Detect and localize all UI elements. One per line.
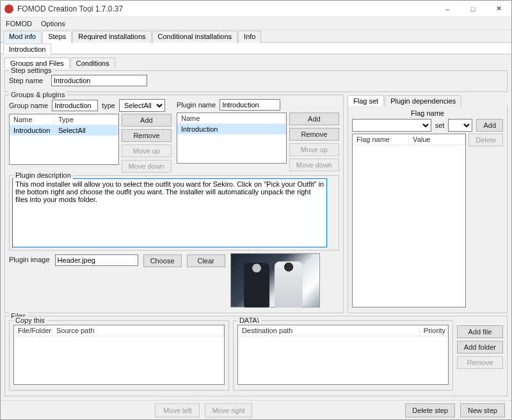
plugins-listview[interactable]: Name Introduction bbox=[177, 113, 287, 164]
flag-value-select[interactable] bbox=[448, 119, 472, 132]
step-name-input[interactable] bbox=[51, 75, 147, 86]
clear-image-button[interactable]: Clear bbox=[187, 254, 225, 267]
step-content: Groups and Files Conditions Step setting… bbox=[1, 54, 511, 400]
tab-info[interactable]: Info bbox=[238, 31, 261, 43]
close-button[interactable]: ✕ bbox=[486, 1, 511, 17]
group-name-label: Group name bbox=[9, 102, 48, 109]
flag-add-button[interactable]: Add bbox=[476, 119, 503, 132]
move-right-button[interactable]: Move right bbox=[205, 403, 252, 417]
flag-name-select[interactable] bbox=[352, 119, 431, 132]
copy-this-fieldset: Copy this File/Folder Source path bbox=[9, 320, 229, 391]
menu-options[interactable]: Options bbox=[41, 20, 65, 27]
flag-set-fieldset: Flag name set Add Flag name Value bbox=[348, 105, 508, 313]
plugin-add-button[interactable]: Add bbox=[289, 113, 339, 125]
sub-tab-introduction[interactable]: Introduction bbox=[3, 43, 51, 54]
main-tabstrip: Mod info Steps Required installations Co… bbox=[1, 30, 511, 43]
plugin-description-textarea[interactable]: This mod installer will allow you to sel… bbox=[12, 178, 327, 247]
menubar: FOMOD Options bbox=[1, 17, 511, 30]
app-icon bbox=[4, 4, 13, 13]
copy-col-filefolder: File/Folder bbox=[14, 325, 52, 336]
plugin-movedown-button[interactable]: Move down bbox=[289, 159, 339, 171]
flag-col-name: Flag name bbox=[353, 134, 409, 144]
scrollbar[interactable] bbox=[327, 178, 336, 247]
minimize-button[interactable]: – bbox=[435, 1, 460, 17]
data-legend: DATA\ bbox=[237, 316, 261, 324]
data-fieldset: DATA\ Destination path Priority bbox=[233, 320, 453, 391]
table-row[interactable]: Introduction SelectAll bbox=[10, 125, 118, 136]
tab-required[interactable]: Required installations bbox=[72, 31, 151, 43]
group-moveup-button[interactable]: Move up bbox=[122, 144, 172, 157]
groups-col-name: Name bbox=[10, 114, 54, 125]
plugin-name-input[interactable] bbox=[220, 99, 280, 111]
group-remove-button[interactable]: Remove bbox=[122, 129, 172, 142]
sub-tabstrip: Introduction bbox=[1, 43, 511, 54]
flag-delete-button[interactable]: Delete bbox=[468, 134, 503, 146]
data-listview[interactable]: Destination path Priority bbox=[237, 325, 449, 385]
flag-name-label: Flag name bbox=[352, 109, 503, 117]
tab-plugin-deps[interactable]: Plugin dependencies bbox=[385, 95, 461, 106]
step-name-label: Step name bbox=[9, 77, 47, 84]
tab-conditional[interactable]: Conditional installations bbox=[152, 31, 238, 43]
step-settings-fieldset: Step settings Step name bbox=[4, 70, 508, 92]
groups-listview[interactable]: Name Type Introduction SelectAll bbox=[9, 114, 119, 165]
choose-image-button[interactable]: Choose bbox=[143, 254, 182, 267]
data-col-priority: Priority bbox=[420, 325, 448, 336]
groups-plugins-fieldset: Groups & plugins Group name type SelectA… bbox=[4, 95, 344, 313]
tab-mod-info[interactable]: Mod info bbox=[3, 31, 42, 43]
add-file-button[interactable]: Add file bbox=[457, 325, 503, 338]
plugins-col-name: Name bbox=[177, 113, 286, 123]
move-left-button[interactable]: Move left bbox=[155, 403, 200, 417]
maximize-button[interactable]: □ bbox=[460, 1, 486, 17]
flag-col-value: Value bbox=[409, 134, 465, 144]
plugin-remove-button[interactable]: Remove bbox=[289, 128, 339, 141]
data-col-dest: Destination path bbox=[238, 325, 420, 336]
table-row[interactable]: Introduction bbox=[177, 124, 286, 134]
menu-fomod[interactable]: FOMOD bbox=[6, 20, 32, 27]
add-folder-button[interactable]: Add folder bbox=[457, 341, 503, 354]
footer: Move left Move right Delete step New ste… bbox=[1, 400, 511, 419]
plugin-description-legend: Plugin description bbox=[13, 171, 73, 179]
plugin-image-label: Plugin image bbox=[9, 253, 50, 263]
plugin-image-input[interactable] bbox=[55, 254, 138, 266]
new-step-button[interactable]: New step bbox=[460, 403, 505, 417]
plugin-moveup-button[interactable]: Move up bbox=[289, 143, 339, 156]
groups-col-type: Type bbox=[54, 114, 118, 125]
delete-step-button[interactable]: Delete step bbox=[405, 403, 455, 417]
group-name-input[interactable] bbox=[52, 100, 98, 111]
files-fieldset: Files Copy this File/Folder Source path … bbox=[4, 316, 508, 396]
window-title: FOMOD Creation Tool 1.7.0.37 bbox=[17, 4, 435, 13]
copy-col-source: Source path bbox=[52, 325, 224, 336]
copy-this-legend: Copy this bbox=[13, 316, 47, 324]
step-settings-legend: Step settings bbox=[9, 66, 54, 74]
plugin-description-fieldset: Plugin description This mod installer wi… bbox=[9, 175, 339, 251]
plugin-name-label: Plugin name bbox=[177, 101, 216, 109]
flag-panel: Flag set Plugin dependencies Flag name s… bbox=[348, 95, 508, 313]
tab-conditions[interactable]: Conditions bbox=[70, 58, 115, 68]
group-add-button[interactable]: Add bbox=[122, 114, 172, 127]
files-remove-button[interactable]: Remove bbox=[457, 356, 503, 369]
group-type-label: type bbox=[102, 102, 115, 109]
flag-set-label: set bbox=[435, 121, 445, 129]
groups-plugins-legend: Groups & plugins bbox=[9, 91, 67, 98]
gc-tabstrip: Groups and Files Conditions bbox=[4, 57, 508, 68]
copy-listview[interactable]: File/Folder Source path bbox=[13, 325, 225, 385]
group-movedown-button[interactable]: Move down bbox=[122, 160, 172, 173]
app-window: FOMOD Creation Tool 1.7.0.37 – □ ✕ FOMOD… bbox=[0, 0, 512, 420]
tab-steps[interactable]: Steps bbox=[42, 31, 72, 43]
tab-flag-set[interactable]: Flag set bbox=[348, 95, 384, 106]
group-type-select[interactable]: SelectAll bbox=[119, 99, 165, 112]
titlebar: FOMOD Creation Tool 1.7.0.37 – □ ✕ bbox=[1, 1, 511, 17]
flags-listview[interactable]: Flag name Value bbox=[352, 134, 466, 307]
plugin-image-preview bbox=[230, 253, 320, 307]
